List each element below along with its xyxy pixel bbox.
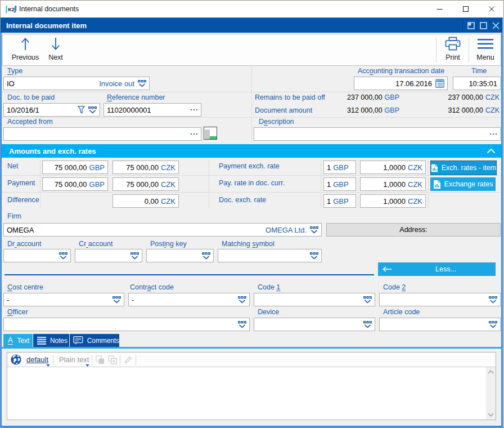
main-titlebar: K2 Internal documents	[1, 1, 503, 17]
copy-icon[interactable]	[96, 355, 105, 364]
type-field[interactable]: IO Invoice out	[3, 77, 150, 90]
cost-centre-field[interactable]: -	[3, 293, 124, 306]
doc-rate-unit-field[interactable]: 1GBP	[323, 194, 356, 208]
dropdown-icon[interactable]	[88, 106, 97, 114]
doc-to-pay-field[interactable]: 10/2016/1	[3, 103, 100, 117]
editor-toolbar-separator	[136, 355, 136, 365]
maximize-button[interactable]	[453, 1, 478, 17]
dropdown-icon[interactable]	[202, 252, 210, 260]
scroll-down-icon[interactable]	[488, 413, 494, 417]
code2-field[interactable]	[379, 293, 501, 306]
dropdown-icon[interactable]	[238, 321, 246, 328]
dropdown-icon[interactable]	[59, 252, 68, 260]
text-editor: default Plain text	[7, 352, 496, 420]
dropdown-icon[interactable]	[238, 296, 246, 304]
ellipsis-icon[interactable]	[489, 133, 497, 135]
edit-pencil-icon[interactable]	[124, 355, 133, 364]
posting-key-field[interactable]	[146, 249, 214, 262]
dropdown-icon[interactable]	[310, 226, 318, 234]
payment-czk-field[interactable]: 75 000,00CZK	[112, 177, 179, 191]
reference-label: Reference number	[107, 94, 165, 101]
titlebar-separator	[462, 20, 463, 31]
next-button[interactable]: Next	[40, 35, 71, 64]
print-button[interactable]: Print	[437, 35, 469, 64]
dropdown-icon[interactable]	[112, 296, 121, 304]
dropdown-icon[interactable]	[363, 296, 372, 304]
dropdown-icon[interactable]	[310, 252, 318, 260]
separator	[2, 175, 501, 176]
doc-rate-field[interactable]: 1,0000CZK	[360, 194, 426, 208]
scroll-up-icon[interactable]	[488, 370, 494, 374]
officer-field[interactable]	[3, 318, 250, 331]
dropdown-icon[interactable]	[363, 321, 372, 328]
difference-czk-field[interactable]: 0,00CZK	[112, 194, 179, 208]
reference-value: 11020000001	[107, 106, 151, 114]
exch-rates-item-button[interactable]: Exch. rates - item	[430, 160, 497, 175]
language-selector[interactable]: default	[26, 355, 48, 364]
exchange-rates-icon	[433, 180, 441, 189]
tab-comments[interactable]: Comments	[70, 334, 119, 347]
acc-date-field[interactable]: 17.06.2016	[354, 77, 448, 90]
filter-icon[interactable]	[78, 106, 85, 114]
dropdown-icon[interactable]	[130, 252, 139, 260]
type-name: Invoice out	[99, 79, 134, 88]
editor-text-area[interactable]	[7, 367, 486, 420]
cr-account-field[interactable]	[75, 249, 142, 262]
description-field[interactable]	[254, 127, 501, 141]
doc-maximize-button[interactable]	[478, 20, 489, 32]
editor-toolbar: default Plain text	[7, 353, 496, 367]
net-gbp-field[interactable]: 75 000,00GBP	[42, 160, 108, 174]
time-field[interactable]: 10:35:01	[453, 77, 501, 90]
type-value: IO	[7, 79, 15, 88]
device-field[interactable]	[254, 318, 375, 331]
amounts-section-header[interactable]: Amounts and exch. rates	[2, 144, 501, 158]
editor-scrollbar[interactable]	[486, 367, 496, 420]
doc-rate-label: Doc. exch. rate	[219, 197, 266, 203]
pay-rate-doc-field[interactable]: 1,0000CZK	[360, 177, 426, 191]
ellipsis-icon[interactable]	[190, 109, 198, 111]
matching-symbol-field[interactable]	[218, 249, 322, 262]
payment-gbp-field[interactable]: 75 000,00GBP	[42, 177, 108, 191]
tab-notes[interactable]: Notes	[33, 334, 69, 347]
cr-account-label: Cr account	[79, 240, 112, 247]
dropdown-icon[interactable]	[489, 296, 497, 304]
payment-rate-label: Payment exch. rate	[219, 163, 280, 170]
globe-icon[interactable]	[11, 354, 21, 365]
payment-rate-unit-field[interactable]: 1GBP	[323, 160, 356, 174]
format-selector[interactable]: Plain text	[59, 355, 89, 364]
arrow-down-icon	[51, 37, 61, 51]
dr-account-field[interactable]	[3, 249, 71, 262]
address-header[interactable]: Address:	[326, 223, 501, 237]
copy-add-icon[interactable]	[108, 355, 117, 364]
code1-field[interactable]	[254, 293, 375, 306]
menu-button[interactable]: Menu	[470, 35, 501, 64]
dropdown-icon[interactable]	[489, 321, 497, 328]
contract-code-field[interactable]: -	[128, 293, 250, 306]
firm-name: OMEGA Ltd.	[266, 226, 307, 234]
ellipsis-icon[interactable]	[190, 133, 198, 135]
dropdown-icon[interactable]	[138, 80, 146, 87]
less-button[interactable]: Less...	[378, 262, 496, 276]
exchange-rates-button[interactable]: Exchange rates	[430, 177, 496, 191]
minimize-button[interactable]	[427, 1, 452, 17]
article-code-field[interactable]	[379, 318, 501, 331]
separator	[209, 160, 209, 208]
window-border	[501, 17, 503, 427]
doc-close-button[interactable]	[490, 20, 501, 32]
payment-rate-field[interactable]: 1,0000CZK	[360, 160, 426, 174]
reference-field[interactable]: 11020000001	[104, 103, 201, 117]
firm-label: Firm	[7, 213, 21, 220]
calendar-icon[interactable]	[435, 79, 444, 88]
device-label: Device	[258, 309, 279, 315]
firm-field[interactable]: OMEGA OMEGA Ltd.	[3, 223, 322, 237]
close-button[interactable]	[479, 1, 504, 17]
collapse-chevron-icon[interactable]	[487, 148, 496, 154]
net-czk-field[interactable]: 75 000,00CZK	[112, 160, 179, 174]
contract-code-label: Contract code	[130, 284, 174, 291]
indicator-bar-gray	[205, 130, 210, 139]
previous-button[interactable]: Previous	[10, 35, 41, 64]
tab-text[interactable]: A Text	[3, 334, 33, 347]
pay-rate-doc-unit-field[interactable]: 1GBP	[323, 177, 356, 191]
doc-restore-button[interactable]	[465, 20, 476, 32]
accepted-field[interactable]	[3, 127, 201, 141]
